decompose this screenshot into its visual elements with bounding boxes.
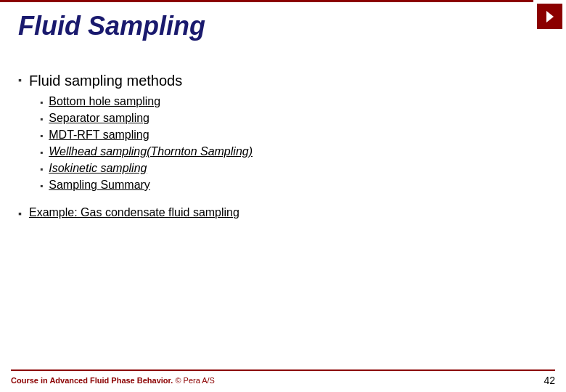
main-bullet-marker: ▪ <box>18 74 22 86</box>
top-border <box>0 0 533 2</box>
example-bullet: ▪ Example: Gas condensate fluid sampling <box>18 206 548 219</box>
sub-bullets-list: ▪ Bottom hole sampling ▪ Separator sampl… <box>40 95 548 192</box>
sub-bullet-text: MDT-RFT sampling <box>49 128 149 142</box>
footer: Course in Advanced Fluid Phase Behavior.… <box>0 369 566 392</box>
sub-bullet-text: Wellhead sampling(Thornton Sampling) <box>49 145 253 158</box>
sub-bullet-marker: ▪ <box>40 164 43 174</box>
footer-course-text: Course in Advanced Fluid Phase Behavior.… <box>11 376 215 385</box>
sub-bullet-marker: ▪ <box>40 147 43 158</box>
main-bullet-text: Fluid sampling methods <box>29 73 182 89</box>
page-number: 42 <box>544 375 555 386</box>
footer-course-bold: Course in Advanced Fluid Phase Behavior. <box>11 376 173 385</box>
slide-title: Fluid Sampling <box>18 11 205 41</box>
content-area: ▪ Fluid sampling methods ▪ Bottom hole s… <box>18 73 548 219</box>
list-item: ▪ Separator sampling <box>40 112 548 125</box>
sub-bullet-text: Sampling Summary <box>49 179 150 192</box>
example-bullet-marker: ▪ <box>18 208 22 219</box>
footer-course-regular: © Pera A/S <box>173 376 215 385</box>
example-section: ▪ Example: Gas condensate fluid sampling <box>18 206 548 219</box>
sub-bullet-marker: ▪ <box>40 181 43 191</box>
sub-bullet-text: Bottom hole sampling <box>49 95 160 108</box>
list-item: ▪ Sampling Summary <box>40 179 548 192</box>
sub-bullet-text: Separator sampling <box>49 112 149 125</box>
footer-content: Course in Advanced Fluid Phase Behavior.… <box>0 371 566 392</box>
list-item: ▪ MDT-RFT sampling <box>40 128 548 142</box>
sub-bullet-marker: ▪ <box>40 131 43 141</box>
sub-bullet-text: Isokinetic sampling <box>49 162 147 175</box>
main-bullet: ▪ Fluid sampling methods <box>18 73 548 89</box>
sub-bullet-marker: ▪ <box>40 97 43 107</box>
sub-bullet-marker: ▪ <box>40 114 43 124</box>
list-item: ▪ Isokinetic sampling <box>40 162 548 175</box>
example-text: Example: Gas condensate fluid sampling <box>29 206 239 219</box>
list-item: ▪ Bottom hole sampling <box>40 95 548 108</box>
nav-arrow[interactable] <box>537 4 562 29</box>
slide-container: Fluid Sampling ▪ Fluid sampling methods … <box>0 0 566 392</box>
list-item: ▪ Wellhead sampling(Thornton Sampling) <box>40 145 548 158</box>
